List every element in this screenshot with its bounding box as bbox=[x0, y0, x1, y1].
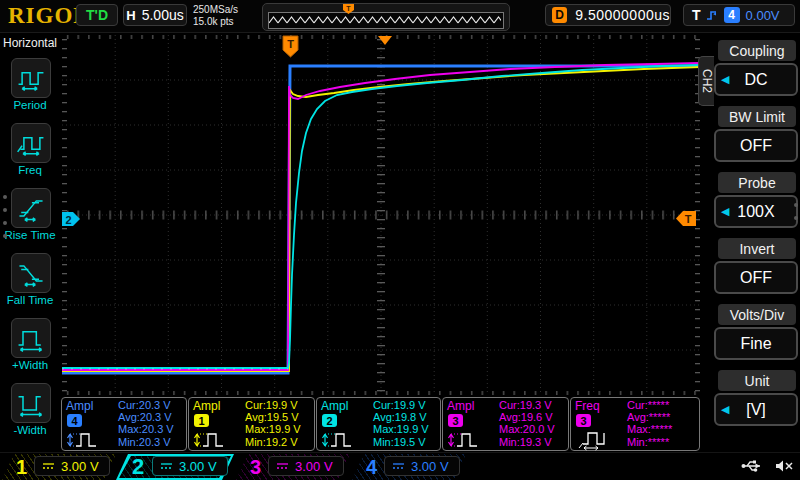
system-status-icons bbox=[740, 458, 794, 474]
measurement-avg: ***** bbox=[649, 411, 670, 423]
measurement-panel[interactable]: Ampl 1 Cur:19.9 V Avg:19.5 V Max:19.9 V … bbox=[188, 397, 315, 451]
measurement-type: Ampl bbox=[193, 399, 245, 413]
measurement-panel[interactable]: Ampl 2 Cur:19.9 V Avg:19.8 V Max:19.9 V … bbox=[316, 397, 441, 451]
oscilloscope-screen: { "colors": { "ch1": "#f2f200", "ch2": "… bbox=[0, 0, 800, 480]
menu-item-value: Fine bbox=[740, 335, 771, 353]
channel-status-ch2[interactable]: 2 3.00 V bbox=[116, 454, 234, 480]
waveform-preview-bar[interactable]: T bbox=[262, 3, 510, 31]
preview-zigzag bbox=[269, 13, 501, 26]
delay-value: 9.50000000us bbox=[575, 7, 670, 23]
measurement-avg: 19.8 V bbox=[395, 411, 427, 423]
measurement-type: Freq bbox=[575, 399, 627, 413]
trigger-label: T bbox=[692, 7, 701, 23]
neg-width-measure-icon bbox=[11, 383, 51, 423]
menu-item-label: Volts/Div bbox=[718, 304, 796, 325]
channel-status-ch4[interactable]: 4 3.00 V bbox=[352, 454, 466, 480]
channel-number: 1 bbox=[16, 454, 27, 480]
left-menu-title: Horizontal bbox=[0, 36, 60, 50]
tick-rulers bbox=[62, 35, 700, 395]
preview-trigger-position-icon[interactable]: T bbox=[342, 4, 355, 15]
left-measure-menu: Horizontal Period Freq bbox=[0, 33, 60, 452]
delay-box[interactable]: D 9.50000000us bbox=[545, 4, 671, 26]
horizontal-label: H bbox=[126, 8, 135, 23]
delay-label-badge: D bbox=[552, 7, 567, 23]
menu-item-label: Period bbox=[0, 99, 60, 111]
menu-item-value: OFF bbox=[740, 269, 772, 287]
channel-number: 4 bbox=[366, 454, 377, 480]
measurement-channel-badge: 1 bbox=[194, 414, 209, 427]
period-measure-icon bbox=[11, 58, 51, 98]
menu-item-label: Probe bbox=[718, 172, 796, 193]
trigger-level-value: 0.00V bbox=[746, 8, 780, 23]
measurement-max: ***** bbox=[651, 423, 672, 435]
measurement-channel-badge: 4 bbox=[67, 414, 82, 427]
rise-time-measure-icon bbox=[11, 188, 51, 228]
channel-scale: 3.00 V bbox=[179, 459, 217, 474]
measurement-min: 19.5 V bbox=[394, 436, 426, 448]
menu-item-label: Rise Time bbox=[0, 229, 60, 241]
measurement-cur: ***** bbox=[648, 399, 669, 411]
timebase-box[interactable]: H 5.00us bbox=[123, 4, 187, 26]
measurement-avg: 19.6 V bbox=[521, 411, 553, 423]
menu-item-label: Freq bbox=[0, 164, 60, 176]
channel-menu: CH2 Coupling ◀ DC BW Limit OFF Probe ◀ 1… bbox=[698, 33, 800, 452]
preview-waveform bbox=[268, 12, 504, 29]
measurement-panel[interactable]: Ampl 4 Cur:20.3 V Avg:20.3 V Max:20.3 V … bbox=[61, 397, 187, 451]
measurement-bar: Ampl 4 Cur:20.3 V Avg:20.3 V Max:20.3 V … bbox=[61, 397, 701, 451]
waveform-display[interactable]: T T 2 bbox=[62, 35, 700, 395]
fall-time-measure-icon bbox=[11, 253, 51, 293]
sample-rate: 250MSa/s bbox=[193, 4, 238, 16]
measurement-cur: 20.3 V bbox=[139, 399, 171, 411]
channel-number: 3 bbox=[250, 454, 261, 480]
left-arrow-icon: ◀ bbox=[721, 205, 729, 218]
menu-item-label: +Width bbox=[0, 359, 60, 371]
memory-depth: 15.0k pts bbox=[193, 16, 238, 28]
trigger-status-badge: T'D bbox=[76, 4, 118, 26]
trigger-source-badge: 4 bbox=[724, 7, 740, 23]
menu-item-value: OFF bbox=[740, 137, 772, 155]
channel-status-ch3[interactable]: 3 3.00 V bbox=[236, 454, 350, 480]
measurement-avg: 20.3 V bbox=[140, 411, 172, 423]
measurement-max: 19.9 V bbox=[397, 423, 429, 435]
measurement-avg: 19.5 V bbox=[267, 411, 299, 423]
svg-text:2: 2 bbox=[65, 214, 71, 226]
menu-item-label: -Width bbox=[0, 424, 60, 436]
top-status-bar: RIGOL T'D H 5.00us 250MSa/s 15.0k pts T bbox=[0, 0, 800, 33]
menu-item-value: DC bbox=[744, 71, 767, 89]
trigger-info-box[interactable]: T 4 0.00V bbox=[683, 4, 795, 26]
measurement-channel-badge: 3 bbox=[448, 414, 463, 427]
pos-width-measure-icon bbox=[11, 318, 51, 358]
trigger-time-marker-icon[interactable]: T bbox=[283, 36, 298, 57]
menu-item-label: Invert bbox=[718, 238, 796, 259]
measurement-panel[interactable]: Freq 3 Cur:***** Avg:***** Max:***** Min… bbox=[570, 397, 700, 451]
measurement-panel[interactable]: Ampl 3 Cur:19.3 V Avg:19.6 V Max:20.0 V … bbox=[442, 397, 569, 451]
svg-text:T: T bbox=[287, 38, 294, 50]
menu-item-label: Coupling bbox=[718, 40, 796, 61]
measurement-max: 19.9 V bbox=[269, 423, 301, 435]
menu-item-label: BW Limit bbox=[718, 106, 796, 127]
rising-edge-icon bbox=[706, 8, 718, 22]
measurement-min: ***** bbox=[648, 436, 669, 448]
measurement-cur: 19.9 V bbox=[394, 399, 426, 411]
measurement-max: 20.3 V bbox=[142, 423, 174, 435]
channel-menu-tab: CH2 bbox=[698, 56, 714, 106]
measurement-cur: 19.3 V bbox=[520, 399, 552, 411]
left-arrow-icon: ◀ bbox=[721, 73, 729, 86]
measurement-cur: 19.9 V bbox=[266, 399, 298, 411]
menu-item-value: 100X bbox=[737, 203, 774, 221]
ampl-measure-icon bbox=[66, 427, 108, 451]
usb-icon bbox=[740, 458, 764, 474]
measurement-max: 20.0 V bbox=[523, 423, 555, 435]
measurement-min: 19.3 V bbox=[520, 436, 552, 448]
menu-item-value: [V] bbox=[746, 401, 766, 419]
ampl-measure-icon bbox=[321, 427, 363, 451]
freq-measure-icon bbox=[11, 123, 51, 163]
measurement-type: Ampl bbox=[321, 399, 373, 413]
channel-scale: 3.00 V bbox=[411, 459, 449, 474]
measurement-channel-badge: 3 bbox=[576, 414, 591, 427]
menu-item-label: Unit bbox=[718, 370, 796, 391]
channel-scale: 3.00 V bbox=[295, 459, 333, 474]
measurement-type: Ampl bbox=[447, 399, 499, 413]
measurement-channel-badge: 2 bbox=[322, 414, 337, 427]
channel-status-ch1[interactable]: 1 3.00 V bbox=[2, 454, 116, 480]
